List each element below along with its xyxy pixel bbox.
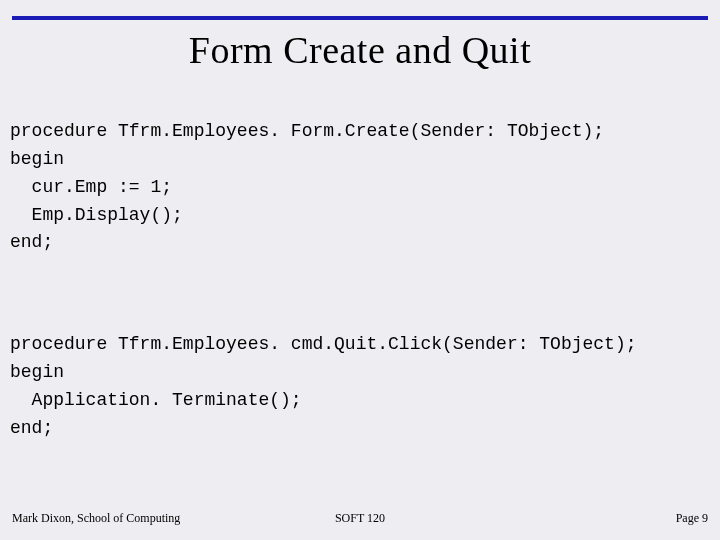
slide-footer: Mark Dixon, School of Computing SOFT 120…	[12, 511, 708, 526]
footer-author: Mark Dixon, School of Computing	[12, 511, 180, 526]
code-gap	[0, 257, 720, 285]
code-line: begin	[10, 149, 64, 169]
code-block-formcreate: procedure Tfrm.Employees. Form.Create(Se…	[0, 72, 720, 257]
code-line: procedure Tfrm.Employees. cmd.Quit.Click…	[10, 334, 637, 354]
code-block-quitclick: procedure Tfrm.Employees. cmd.Quit.Click…	[0, 285, 720, 442]
code-line: Application. Terminate();	[10, 390, 302, 410]
code-line: end;	[10, 418, 53, 438]
footer-page: Page 9	[676, 511, 708, 526]
code-line: end;	[10, 232, 53, 252]
header-divider	[12, 16, 708, 20]
footer-course: SOFT 120	[335, 511, 385, 526]
slide-title: Form Create and Quit	[0, 28, 720, 72]
code-line: procedure Tfrm.Employees. Form.Create(Se…	[10, 121, 604, 141]
code-line: cur.Emp := 1;	[10, 177, 172, 197]
code-line: begin	[10, 362, 64, 382]
code-line: Emp.Display();	[10, 205, 183, 225]
